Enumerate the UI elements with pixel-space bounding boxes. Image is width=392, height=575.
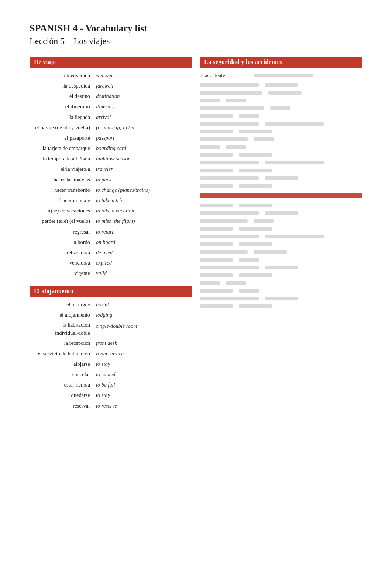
list-item: retrasado/a delayed (30, 248, 192, 257)
page-container: SPANISH 4 - Vocabulary list Lección 5 – … (30, 22, 362, 412)
list-item: hacer las maletas to pack (30, 176, 192, 184)
list-item: regresar to return (30, 228, 192, 236)
list-item: el servicio de habitación room service (30, 350, 192, 358)
list-item (200, 153, 362, 157)
list-item (200, 266, 362, 269)
list-item: quedarse to stay (30, 391, 192, 399)
list-item: la despedida farewell (30, 82, 192, 90)
list-item: la bienvenida welcome (30, 71, 192, 80)
list-item: a bordo on board (30, 238, 192, 246)
list-item (200, 184, 362, 188)
list-item (200, 297, 362, 300)
list-item: el itinerario itinerary (30, 102, 192, 111)
list-item: la llegada arrival (30, 113, 192, 122)
list-item (200, 289, 362, 293)
list-item (200, 258, 362, 262)
list-item (200, 99, 362, 102)
list-item: reservar to reserve (30, 402, 192, 410)
list-item (200, 250, 362, 254)
list-item (200, 114, 362, 118)
list-item: el/la viajero/a traveler (30, 165, 192, 173)
page-title: SPANISH 4 - Vocabulary list (30, 22, 362, 35)
list-item: la recepción front desk (30, 339, 192, 347)
list-item (200, 204, 362, 207)
list-item (200, 137, 362, 141)
list-item (200, 91, 362, 95)
list-item: la tarjeta de embarque boarding card (30, 144, 192, 153)
left-column: De viaje la bienvenida welcome la desped… (30, 57, 192, 412)
list-item (200, 219, 362, 223)
list-item: hacer transbordo to change (planes/train… (30, 186, 192, 194)
list-item (200, 130, 362, 133)
list-item: cancelar to cancel (30, 370, 192, 379)
list-item (200, 235, 362, 238)
list-item (200, 122, 362, 126)
list-item: estar lleno/a to be full (30, 381, 192, 389)
list-item (200, 169, 362, 172)
list-item: vencido/a expired (30, 259, 192, 267)
right-column: La seguridad y los accidentes el acciden… (200, 57, 362, 412)
list-item: la habitaciónindividual/doble single/dou… (30, 321, 192, 337)
section-header-seguridad: La seguridad y los accidentes (200, 57, 362, 68)
list-item: vigente valid (30, 269, 192, 278)
section-header-de-viaje: De viaje (30, 57, 192, 68)
list-item (200, 242, 362, 246)
list-item (200, 145, 362, 149)
list-item: el alojamiento lodging (30, 311, 192, 319)
list-item (200, 304, 362, 308)
section-header-alojamiento: El alojamiento (30, 286, 192, 297)
vocab-grid: De viaje la bienvenida welcome la desped… (30, 57, 362, 412)
list-item: el pasaporte passport (30, 134, 192, 142)
redacted-section-bar (200, 193, 362, 198)
page-subtitle: Lección 5 – Los viajes (30, 36, 362, 46)
list-item (200, 83, 362, 87)
list-item (200, 106, 362, 110)
list-item: ir(se) de vacaciones to take a vacation (30, 207, 192, 215)
list-item: el pasaje (de ida y vuelta) (round-trip)… (30, 123, 192, 132)
list-item (200, 227, 362, 231)
list-item: alojarse to stay (30, 360, 192, 368)
list-item (200, 161, 362, 164)
list-item: el destino destination (30, 92, 192, 101)
list-item: el albergue hostel (30, 300, 192, 309)
list-item: perder (e:ie) (el vuelo) to miss (the fl… (30, 217, 192, 225)
list-item (200, 281, 362, 285)
list-item (200, 273, 362, 277)
list-item (200, 176, 362, 180)
list-item: hacer un viaje to take a trip (30, 196, 192, 205)
list-item (200, 211, 362, 215)
list-item: el accidente (200, 71, 362, 80)
list-item: la temporada alta/baja high/low season (30, 154, 192, 163)
